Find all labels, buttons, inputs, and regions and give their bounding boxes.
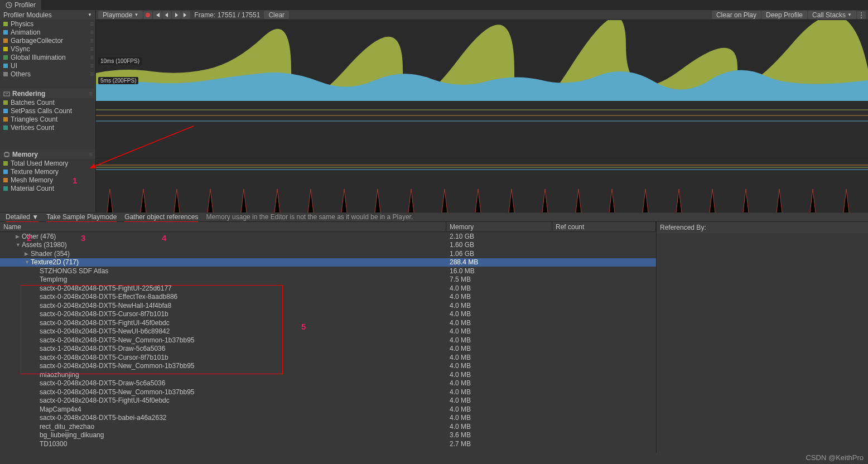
menu-icon[interactable]: ⋮ — [857, 11, 866, 19]
tree-row[interactable]: sactx-0-2048x2048-DXT5-New_Common-1b37bb… — [0, 362, 656, 371]
sidebar: Profiler Modules ▼ Physics≡Animation≡Gar… — [0, 10, 96, 212]
playmode-label: Playmode — [103, 11, 132, 19]
take-sample-label: Take Sample Playmode — [46, 213, 117, 223]
module-item[interactable]: Batches Count — [0, 98, 95, 107]
record-button[interactable] — [143, 11, 152, 19]
tree-row[interactable]: ▼Assets (31980)1.60 GB — [0, 241, 656, 250]
call-stacks-label: Call Stacks — [812, 11, 846, 19]
back-button[interactable] — [162, 11, 171, 19]
module-item[interactable]: Triangles Count — [0, 115, 95, 123]
forward-button[interactable] — [172, 11, 181, 19]
module-item[interactable]: UI≡ — [0, 61, 95, 70]
svg-point-3 — [146, 13, 150, 17]
tree-row[interactable]: sactx-0-2048x2048-DXT5-NewHall-14f4bfa84… — [0, 301, 656, 310]
memory-graph[interactable] — [96, 158, 868, 212]
module-item[interactable]: VSync≡ — [0, 45, 95, 53]
module-item[interactable]: Texture Memory — [0, 167, 95, 176]
tree-row[interactable]: sactx-0-2048x2048-DXT5-babei-a46a26324.0… — [0, 414, 656, 423]
memory-note: Memory usage in the Editor is not the sa… — [202, 212, 416, 222]
tree-row[interactable]: sactx-0-2048x2048-DXT5-Cursor-8f7b101b4.… — [0, 353, 656, 362]
deep-profile-button[interactable]: Deep Profile — [761, 11, 807, 19]
svg-rect-2 — [4, 153, 9, 156]
next-frame-button[interactable] — [181, 11, 190, 19]
memory-header[interactable]: Memory ≡ — [0, 149, 95, 159]
cpu-graph[interactable]: 10ms (100FPS) 5ms (200FPS) — [96, 20, 868, 101]
tab-label: Profiler — [15, 1, 36, 9]
gather-refs-label: Gather object references — [124, 213, 198, 223]
tree-row[interactable]: ▶Shader (354)1.06 GB — [0, 249, 656, 258]
profiler-toolbar: Playmode▼ Frame: 17551 / 17551 Clear Cle… — [96, 10, 868, 20]
referenced-by-header: Referenced By: — [657, 222, 868, 233]
tree-row[interactable]: sactx-0-2048x2048-DXT5-FightUI-225d61774… — [0, 284, 656, 293]
tree-row[interactable]: TD103002.7 MB — [0, 439, 656, 448]
tree-row[interactable]: sactx-0-2048x2048-DXT5-FightUI-45f0ebdc4… — [0, 397, 656, 405]
deep-profile-label: Deep Profile — [766, 11, 803, 19]
clear-on-play-button[interactable]: Clear on Play — [712, 11, 761, 19]
memory-title: Memory — [12, 151, 38, 158]
graph-fps-label-1: 10ms (100FPS) — [98, 57, 142, 65]
prev-frame-button[interactable] — [153, 11, 162, 19]
memory-detail-toolbar: Detailed ▼ Take Sample Playmode Gather o… — [0, 212, 868, 222]
profiler-modules-header[interactable]: Profiler Modules ▼ — [0, 10, 95, 20]
graph-fps-label-2: 5ms (200FPS) — [98, 77, 138, 84]
col-memory[interactable]: Memory — [446, 222, 552, 231]
tree-row[interactable]: ▶Other (476)2.10 GB — [0, 232, 656, 241]
gather-refs-button[interactable]: Gather object references — [121, 212, 201, 222]
memory-table: Name Memory Ref count ▶Other (476)2.10 G… — [0, 222, 868, 453]
rendering-icon — [3, 90, 10, 97]
profiler-modules-label: Profiler Modules — [3, 11, 52, 19]
tree-row[interactable]: sactx-0-2048x2048-DXT5-FightUI-45f0ebdc4… — [0, 318, 656, 327]
tree-row[interactable]: TempImg7.5 MB — [0, 276, 656, 284]
module-item[interactable]: Mesh Memory — [0, 176, 95, 184]
tree-row[interactable]: sactx-0-2048x2048-DXT5-NewUI-b6c898424.0… — [0, 327, 656, 336]
graph-area[interactable]: 10ms (100FPS) 5ms (200FPS) — [96, 20, 868, 212]
module-item[interactable]: Material Count — [0, 184, 95, 192]
tab-bar: Profiler — [0, 0, 868, 10]
call-stacks-dropdown[interactable]: Call Stacks▼ — [808, 11, 856, 19]
tree-row[interactable]: sactx-0-2048x2048-DXT5-New_Common-1b37bb… — [0, 388, 656, 397]
drag-handle-icon[interactable]: ≡ — [89, 151, 92, 158]
module-item[interactable]: Animation≡ — [0, 28, 95, 36]
detailed-label: Detailed — [6, 213, 30, 221]
module-item[interactable]: Others≡ — [0, 70, 95, 78]
tree-row[interactable]: sactx-0-2048x2048-DXT5-Cursor-8f7b101b4.… — [0, 310, 656, 319]
rendering-header[interactable]: Rendering ≡ — [0, 89, 95, 98]
profiler-tab[interactable]: Profiler — [0, 0, 41, 10]
tree-row[interactable]: STZHONGS SDF Atlas16.0 MB — [0, 267, 656, 276]
profiler-icon — [6, 2, 12, 8]
memory-icon — [3, 151, 10, 158]
module-item[interactable]: Total Used Memory — [0, 159, 95, 167]
tree-row[interactable]: sactx-1-2048x2048-DXT5-Draw-5c6a50364.0 … — [0, 345, 656, 354]
module-item[interactable]: SetPass Calls Count — [0, 107, 95, 115]
take-sample-button[interactable]: Take Sample Playmode — [43, 212, 120, 222]
rendering-title: Rendering — [12, 90, 45, 98]
module-item[interactable]: GarbageCollector≡ — [0, 36, 95, 45]
tree-row[interactable]: sactx-0-2048x2048-DXT5-New_Common-1b37bb… — [0, 336, 656, 345]
playmode-dropdown[interactable]: Playmode▼ — [98, 11, 143, 19]
col-name[interactable]: Name — [0, 222, 446, 231]
tree-row[interactable]: MapCamp4x44.0 MB — [0, 405, 656, 414]
rendering-graph[interactable] — [96, 101, 868, 158]
col-refcount[interactable]: Ref count — [552, 222, 656, 231]
tree-row[interactable]: bg_liubeijing_dikuang3.6 MB — [0, 431, 656, 440]
frame-label: Frame: 17551 / 17551 — [191, 11, 263, 19]
drag-handle-icon[interactable]: ≡ — [89, 90, 92, 98]
detailed-dropdown[interactable]: Detailed ▼ — [2, 212, 42, 222]
tree-row[interactable]: rect_ditu_zhezhao4.0 MB — [0, 422, 656, 431]
module-item[interactable]: Global Illumination≡ — [0, 53, 95, 61]
tree-row[interactable]: ▼Texture2D (717)288.4 MB — [0, 258, 656, 267]
referenced-by-panel: Referenced By: — [656, 222, 868, 453]
tree-row[interactable]: sactx-0-2048x2048-DXT5-Draw-5c6a50364.0 … — [0, 379, 656, 388]
tree-row[interactable]: miaozhunjing4.0 MB — [0, 370, 656, 379]
clear-button[interactable]: Clear — [264, 11, 289, 19]
clear-on-play-label: Clear on Play — [716, 11, 756, 19]
module-item[interactable]: Physics≡ — [0, 20, 95, 28]
tree-row[interactable]: sactx-0-2048x2048-DXT5-EffectTex-8aadb88… — [0, 293, 656, 302]
clear-label: Clear — [268, 11, 284, 19]
watermark: CSDN @KeithPro — [806, 453, 864, 462]
module-item[interactable]: Vertices Count — [0, 123, 95, 132]
